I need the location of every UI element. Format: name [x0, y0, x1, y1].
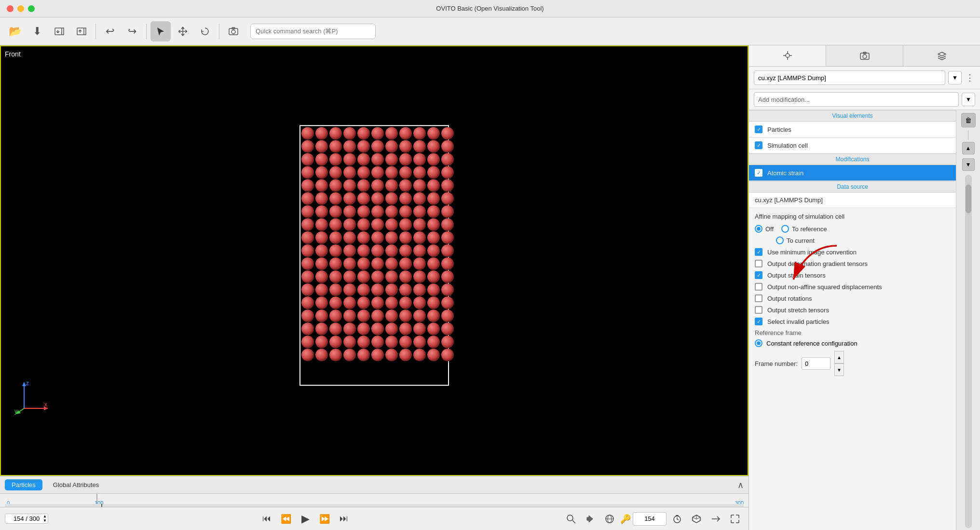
tab-pipeline[interactable]	[749, 45, 826, 66]
properties-section: Affine mapping of simulation cell Off To…	[749, 208, 956, 381]
select-button[interactable]	[150, 21, 171, 42]
atom	[441, 283, 454, 296]
checkbox-invalid[interactable]	[755, 318, 762, 325]
download-button[interactable]: ⬇	[27, 21, 47, 42]
atom	[413, 179, 426, 192]
atom	[441, 270, 454, 283]
atom	[329, 166, 342, 179]
move-up-button[interactable]: ▲	[962, 142, 975, 154]
atom	[371, 309, 384, 322]
delete-button[interactable]: 🗑	[961, 113, 976, 127]
undo-button[interactable]: ↩	[100, 21, 120, 42]
radio-to-reference[interactable]	[781, 225, 789, 233]
atom	[357, 218, 370, 231]
atom	[399, 231, 412, 244]
checkbox-stretch[interactable]	[755, 306, 762, 314]
atom	[399, 179, 412, 192]
checkbox-particles[interactable]: ✓	[755, 126, 762, 133]
screenshot-button[interactable]	[223, 21, 244, 42]
radio-to-current[interactable]	[776, 237, 784, 244]
atom	[357, 296, 370, 309]
minimize-button[interactable]	[17, 5, 24, 12]
checkbox-def-gradient[interactable]	[755, 260, 762, 267]
atom	[399, 270, 412, 283]
checkbox-row-non-affine: Output non-affine squared displacements	[755, 283, 950, 291]
checkbox-atomic-strain[interactable]: ✓	[755, 169, 762, 177]
keyframe-input[interactable]	[633, 512, 667, 526]
atom	[427, 283, 440, 296]
checkbox-non-affine[interactable]	[755, 283, 762, 291]
collapse-button[interactable]: ∧	[737, 480, 744, 490]
tab-particles[interactable]: Particles	[5, 479, 42, 490]
atom	[371, 257, 384, 270]
playback-controls: 154 / 300 ▲ ▼ ⏮ ⏪ ▶ ⏩ ⏭	[0, 507, 749, 530]
fullscreen-button[interactable]	[726, 510, 744, 528]
add-modification-select[interactable]: Add modification...	[754, 92, 959, 107]
atom	[385, 127, 398, 139]
tab-global-attributes[interactable]: Global Attributes	[46, 479, 106, 490]
atom	[371, 283, 384, 296]
atom	[441, 335, 454, 348]
atom	[441, 231, 454, 244]
radio-const-ref[interactable]	[755, 339, 762, 347]
atom	[399, 127, 412, 139]
move-button[interactable]	[173, 21, 193, 42]
tab-render[interactable]	[826, 45, 903, 66]
redo-button[interactable]: ↪	[122, 21, 142, 42]
atom	[413, 153, 426, 166]
step-forward-button[interactable]: ⏩	[316, 510, 333, 528]
search-viewport-button[interactable]	[562, 510, 580, 528]
atom	[301, 140, 314, 153]
send-button[interactable]	[707, 510, 724, 528]
atom	[357, 127, 370, 139]
pipeline-item-simulation-cell[interactable]: ✓ Simulation cell	[749, 138, 956, 153]
atom	[371, 349, 384, 361]
pan-button[interactable]	[582, 510, 599, 528]
export-button[interactable]	[71, 21, 92, 42]
atom	[357, 179, 370, 192]
scrollbar-thumb[interactable]	[966, 184, 971, 213]
viewport[interactable]: Front	[0, 45, 749, 476]
frame-down[interactable]: ▼	[43, 519, 47, 524]
frame-spinner-down[interactable]: ▼	[834, 363, 844, 376]
search-input[interactable]	[250, 24, 376, 39]
pipeline-item-particles[interactable]: ✓ Particles	[749, 122, 956, 138]
timeline-bar[interactable]	[5, 504, 744, 507]
radio-option-to-reference[interactable]: To reference	[781, 225, 827, 233]
import-button[interactable]	[49, 21, 69, 42]
skip-to-start-button[interactable]: ⏮	[258, 510, 275, 528]
radio-off[interactable]	[755, 225, 762, 233]
pipeline-file-select[interactable]: cu.xyz [LAMMPS Dump]	[754, 70, 945, 85]
checkbox-rotations[interactable]	[755, 294, 762, 302]
pipeline-dropdown-arrow[interactable]: ▼	[948, 71, 962, 84]
atom	[385, 296, 398, 309]
cube-button[interactable]	[688, 510, 705, 528]
data-source-file-item[interactable]: cu.xyz [LAMMPS Dump]	[749, 193, 956, 208]
checkbox-strain-tensors[interactable]	[755, 271, 762, 279]
step-back-button[interactable]: ⏪	[277, 510, 295, 528]
close-button[interactable]	[7, 5, 14, 12]
checkbox-min-image[interactable]	[755, 248, 762, 256]
atom	[427, 322, 440, 335]
rotate-button[interactable]	[195, 21, 215, 42]
checkbox-simulation-cell[interactable]: ✓	[755, 141, 762, 149]
move-down-button[interactable]: ▼	[962, 158, 975, 171]
open-file-button[interactable]: 📂	[5, 21, 25, 42]
timer-button[interactable]	[668, 510, 686, 528]
skip-to-end-button[interactable]: ⏭	[335, 510, 353, 528]
orbit-button[interactable]	[601, 510, 618, 528]
frame-spinner-up[interactable]: ▲	[834, 351, 844, 363]
scrollbar-track[interactable]	[965, 175, 972, 528]
frame-number-input[interactable]	[802, 357, 830, 370]
add-modification-dropdown-arrow[interactable]: ▼	[962, 93, 975, 106]
maximize-button[interactable]	[28, 5, 35, 12]
frame-up[interactable]: ▲	[43, 514, 47, 519]
tab-layers[interactable]	[903, 45, 980, 66]
affine-mapping-label: Affine mapping of simulation cell	[755, 213, 950, 220]
atom	[315, 309, 328, 322]
pipeline-more-button[interactable]: ⋮	[965, 71, 975, 84]
pipeline-item-atomic-strain[interactable]: ✓ Atomic strain	[749, 165, 956, 181]
radio-option-to-current[interactable]: To current	[776, 237, 815, 244]
radio-option-off[interactable]: Off	[755, 225, 774, 233]
play-button[interactable]: ▶	[297, 510, 314, 528]
